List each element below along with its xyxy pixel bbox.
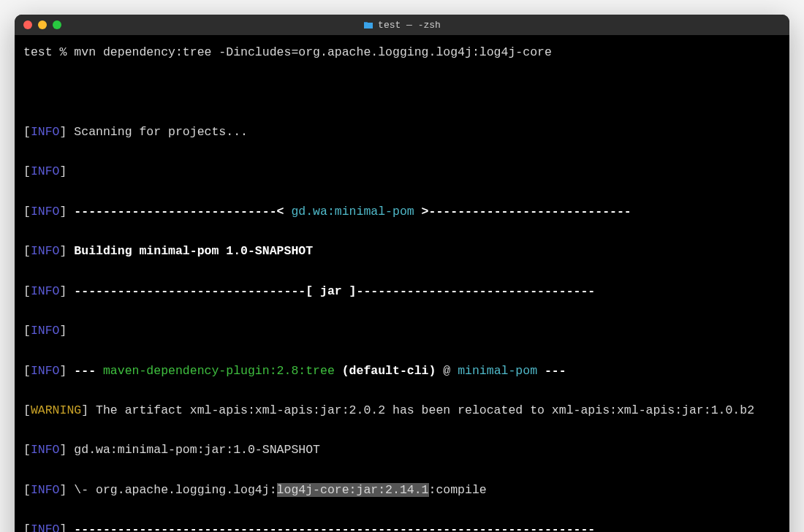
minimize-icon[interactable]: [38, 20, 47, 29]
dash-text: ]---------------------------------: [342, 284, 596, 298]
warning-tag: WARNING: [31, 403, 81, 417]
info-tag: INFO: [31, 125, 60, 139]
output-line: [INFO] gd.wa:minimal-pom:jar:1.0-SNAPSHO…: [23, 440, 781, 460]
prompt-line: test % mvn dependency:tree -Dincludes=or…: [23, 42, 781, 62]
terminal-output[interactable]: test % mvn dependency:tree -Dincludes=or…: [15, 35, 789, 532]
tree-child-prefix: \- org.apache.logging.log4j:: [74, 483, 276, 497]
close-icon[interactable]: [23, 20, 32, 29]
output-line: [INFO] Scanning for projects...: [23, 122, 781, 142]
jar-text: jar: [320, 284, 342, 298]
output-line: [INFO] --- maven-dependency-plugin:2.8:t…: [23, 361, 781, 381]
building-text: Building minimal-pom 1.0-SNAPSHOT: [74, 244, 313, 258]
output-line: [INFO] \- org.apache.logging.log4j:log4j…: [23, 480, 781, 500]
plugin-name: maven-dependency-plugin:2.8:tree: [103, 364, 335, 378]
prompt-dir: test: [23, 45, 53, 59]
window-title: test — -zsh: [23, 20, 781, 31]
folder-icon: [363, 20, 373, 29]
blank-line: [23, 82, 781, 102]
plugin-prefix: ---: [74, 364, 103, 378]
output-line: [INFO] ----------------------------< gd.…: [23, 202, 781, 221]
window-title-text: test — -zsh: [378, 20, 441, 31]
info-tag: INFO: [31, 284, 60, 298]
info-tag: INFO: [31, 522, 60, 532]
prompt-symbol: %: [60, 45, 67, 59]
output-line: [INFO]: [23, 162, 781, 181]
terminal-window: test — -zsh test % mvn dependency:tree -…: [15, 15, 789, 532]
plugin-mid: (default-cli): [335, 364, 436, 378]
dash-text: ----------------------------<: [74, 205, 291, 218]
tree-child-suffix: :compile: [429, 483, 487, 497]
info-tag: INFO: [31, 364, 60, 378]
title-bar: test — -zsh: [15, 15, 789, 35]
output-line: [INFO] Building minimal-pom 1.0-SNAPSHOT: [23, 241, 781, 261]
output-line: [INFO] ---------------------------------…: [23, 520, 781, 532]
maximize-icon[interactable]: [53, 20, 61, 29]
plugin-target: minimal-pom: [458, 364, 537, 378]
info-tag: INFO: [31, 164, 60, 178]
info-tag: INFO: [31, 324, 60, 338]
log4j-highlight: log4j-core:jar:2.14.1: [277, 483, 429, 497]
plugin-suffix: ---: [537, 364, 566, 378]
command-text: mvn dependency:tree -Dincludes=org.apach…: [74, 45, 552, 59]
output-line: [INFO]: [23, 321, 781, 341]
info-tag: INFO: [31, 244, 60, 258]
plugin-at: @: [436, 364, 458, 378]
tree-root: gd.wa:minimal-pom:jar:1.0-SNAPSHOT: [74, 443, 320, 457]
info-tag: INFO: [31, 205, 60, 218]
dash-text: --------------------------------[: [74, 284, 320, 298]
info-tag: INFO: [31, 443, 60, 457]
dash-text: >----------------------------: [414, 205, 632, 218]
traffic-lights: [23, 20, 61, 29]
scanning-text: Scanning for projects...: [74, 125, 248, 139]
info-tag: INFO: [31, 483, 60, 497]
rule-text: ----------------------------------------…: [74, 522, 595, 532]
project-name: gd.wa:minimal-pom: [291, 205, 414, 218]
warning-text: The artifact xml-apis:xml-apis:jar:2.0.2…: [96, 403, 754, 417]
output-line: [INFO] --------------------------------[…: [23, 281, 781, 301]
output-line: [WARNING] The artifact xml-apis:xml-apis…: [23, 400, 781, 420]
